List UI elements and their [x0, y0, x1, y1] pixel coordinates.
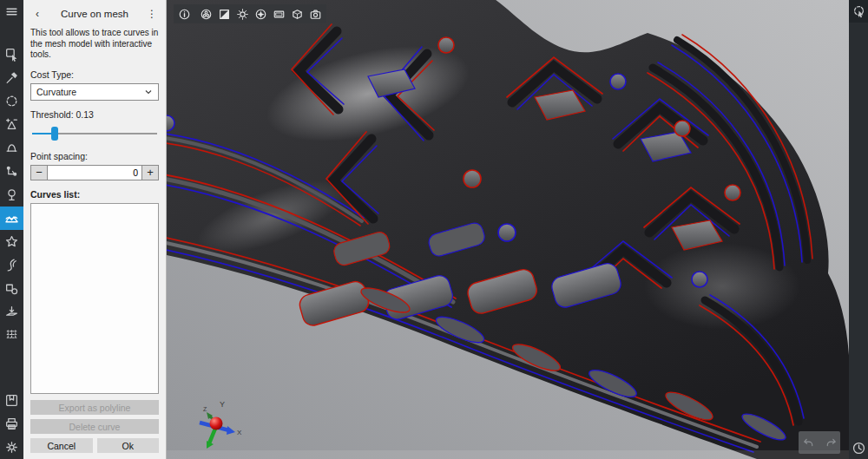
orbit-mode-icon[interactable] [849, 0, 868, 23]
back-icon[interactable]: ‹ [30, 7, 44, 21]
increment-button[interactable]: + [141, 165, 159, 180]
history-clock-icon[interactable] [849, 436, 868, 459]
flatten-tool[interactable] [0, 300, 23, 324]
select-tool[interactable] [0, 43, 23, 66]
panel-title: Curve on mesh [44, 9, 145, 19]
3d-viewport[interactable]: Y Z X [167, 0, 849, 459]
point-spacing-stepper: − + [30, 165, 159, 180]
pivot-icon[interactable] [253, 6, 269, 23]
curve-on-mesh-tool[interactable] [0, 207, 23, 230]
info-icon[interactable] [176, 6, 193, 23]
lasso-select-tool[interactable] [0, 89, 23, 113]
z-axis-label: Z [203, 406, 207, 412]
ok-button[interactable]: Ok [97, 438, 160, 453]
y-axis-label: Y [220, 400, 225, 409]
shading-mode-icon[interactable] [198, 6, 214, 23]
node-tool[interactable] [0, 160, 23, 183]
undo-redo-box [799, 431, 840, 454]
redo-button[interactable] [823, 435, 838, 450]
axis-gizmo: Y Z X [191, 397, 245, 452]
inspect-tool[interactable] [0, 183, 23, 207]
point-spacing-input[interactable] [48, 165, 141, 180]
grid-tool[interactable] [0, 324, 23, 347]
delete-curve-button[interactable]: Delete curve [30, 419, 159, 434]
bounding-box-icon[interactable] [289, 6, 306, 23]
screen-icon[interactable] [271, 6, 287, 23]
curves-list[interactable] [30, 203, 159, 395]
cost-type-select[interactable]: Curvature [30, 83, 159, 101]
curve-on-mesh-panel: ‹ Curve on mesh ⋮ This tool allows to tr… [23, 0, 167, 459]
print-button[interactable] [0, 412, 23, 436]
contrast-icon[interactable] [216, 6, 233, 23]
viewport-toolbar [174, 4, 326, 23]
smooth-tool[interactable] [0, 136, 23, 160]
snapshot-icon[interactable] [307, 6, 324, 23]
primitives-tool[interactable] [0, 277, 23, 300]
save-button[interactable] [0, 389, 23, 412]
undo-button[interactable] [800, 435, 816, 450]
cost-type-label: Cost Type: [30, 69, 159, 80]
lighting-icon[interactable] [234, 6, 251, 23]
cost-type-value: Curvature [36, 87, 144, 97]
shoe-sole-mesh[interactable] [167, 0, 849, 459]
hammer-tool[interactable] [0, 66, 23, 89]
slider-thumb[interactable] [51, 127, 58, 141]
left-toolbar [0, 0, 23, 459]
right-toolbar [849, 0, 868, 459]
export-polyline-button[interactable]: Export as polyline [30, 400, 159, 415]
point-spacing-label: Point spacing: [30, 151, 159, 161]
decrement-button[interactable]: − [30, 165, 48, 180]
cancel-button[interactable]: Cancel [30, 438, 93, 453]
settings-button[interactable] [0, 436, 23, 459]
main-menu-icon[interactable] [0, 0, 23, 23]
star-tool[interactable] [0, 230, 23, 253]
panel-description: This tool allows to trace curves in the … [30, 28, 159, 61]
sole-curve-tool[interactable] [0, 253, 23, 277]
origin-sphere [210, 417, 223, 430]
kebab-menu-icon[interactable]: ⋮ [145, 7, 159, 21]
toolbar-spacer [0, 347, 23, 389]
curves-list-label: Curves list: [30, 189, 159, 200]
mesh-edit-tool[interactable] [0, 113, 23, 136]
chevron-down-icon [144, 88, 153, 96]
threshold-slider[interactable] [32, 127, 157, 141]
panel-header: ‹ Curve on mesh ⋮ [30, 7, 159, 21]
x-axis-label: X [237, 429, 242, 436]
threshold-label: Threshold: 0.13 [30, 109, 159, 120]
